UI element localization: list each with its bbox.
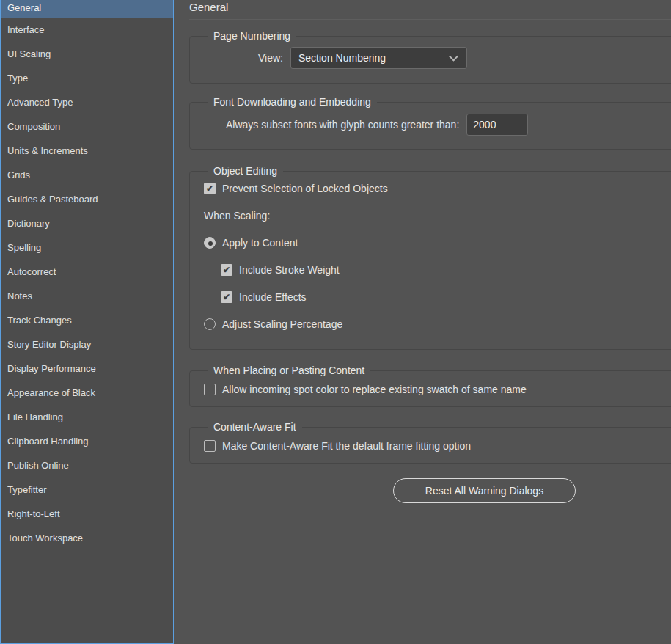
sidebar-item-touch-workspace[interactable]: Touch Workspace <box>1 526 173 550</box>
prevent-selection-checkbox[interactable]: ✔ <box>204 183 216 194</box>
adjust-scaling-row: Adjust Scaling Percentage <box>204 318 671 330</box>
reset-warnings-button[interactable]: Reset All Warning Dialogs <box>393 478 576 503</box>
include-stroke-label: Include Stroke Weight <box>239 264 340 276</box>
font-embedding-legend: Font Downloading and Embedding <box>208 95 377 109</box>
chevron-down-icon <box>449 52 458 62</box>
include-effects-label: Include Effects <box>239 291 307 303</box>
allow-spot-color-row: ✔ Allow incoming spot color to replace e… <box>204 384 671 395</box>
include-stroke-checkbox[interactable]: ✔ <box>221 264 232 276</box>
sidebar-item-general[interactable]: General <box>1 0 173 18</box>
glyph-count-input[interactable] <box>466 114 528 136</box>
sidebar-item-type[interactable]: Type <box>1 66 173 90</box>
adjust-scaling-radio[interactable] <box>204 318 216 330</box>
sidebar-item-dictionary[interactable]: Dictionary <box>1 211 173 235</box>
title-divider <box>189 19 671 20</box>
page-numbering-group: Page Numbering View: Section Numbering <box>189 36 671 84</box>
sidebar-item-publish-online[interactable]: Publish Online <box>1 453 173 477</box>
when-scaling-label: When Scaling: <box>204 210 671 222</box>
content-aware-fit-group: Content-Aware Fit ✔ Make Content-Aware F… <box>189 427 671 464</box>
sidebar-item-ui-scaling[interactable]: UI Scaling <box>1 42 173 66</box>
allow-spot-color-label: Allow incoming spot color to replace exi… <box>222 384 527 395</box>
sidebar-item-interface[interactable]: Interface <box>1 18 173 42</box>
content-aware-fit-legend: Content-Aware Fit <box>208 420 302 434</box>
sidebar-item-advanced-type[interactable]: Advanced Type <box>1 90 173 114</box>
subset-row: Always subset fonts with glyph counts gr… <box>204 114 671 136</box>
object-editing-legend: Object Editing <box>208 164 283 178</box>
content-aware-fit-label: Make Content-Aware Fit the default frame… <box>222 440 471 452</box>
sidebar-item-spelling[interactable]: Spelling <box>1 235 173 260</box>
check-icon: ✔ <box>223 293 230 301</box>
apply-to-content-label: Apply to Content <box>222 237 298 249</box>
sidebar-item-display-performance[interactable]: Display Performance <box>1 356 173 381</box>
object-editing-group: Object Editing ✔ Prevent Selection of Lo… <box>189 171 671 350</box>
sidebar-item-notes[interactable]: Notes <box>1 284 173 308</box>
include-effects-row: ✔ Include Effects <box>221 291 671 303</box>
sidebar-item-autocorrect[interactable]: Autocorrect <box>1 260 173 284</box>
include-stroke-row: ✔ Include Stroke Weight <box>221 264 671 276</box>
prevent-selection-label: Prevent Selection of Locked Objects <box>222 183 388 194</box>
prevent-selection-row: ✔ Prevent Selection of Locked Objects <box>204 183 671 194</box>
sidebar-item-grids[interactable]: Grids <box>1 163 173 187</box>
view-label: View: <box>258 52 283 64</box>
sidebar-item-composition[interactable]: Composition <box>1 114 173 139</box>
placing-pasting-group: When Placing or Pasting Content ✔ Allow … <box>189 370 671 407</box>
allow-spot-color-checkbox[interactable]: ✔ <box>204 384 216 395</box>
general-preferences-panel: General Page Numbering View: Section Num… <box>174 0 671 644</box>
placing-pasting-legend: When Placing or Pasting Content <box>208 364 370 378</box>
sidebar-item-clipboard-handling[interactable]: Clipboard Handling <box>1 429 173 453</box>
view-dropdown-value: Section Numbering <box>298 52 386 64</box>
adjust-scaling-label: Adjust Scaling Percentage <box>222 318 342 330</box>
check-icon: ✔ <box>223 266 230 274</box>
sidebar-item-units-increments[interactable]: Units & Increments <box>1 139 173 163</box>
sidebar-item-guides-pasteboard[interactable]: Guides & Pasteboard <box>1 187 173 211</box>
subset-label: Always subset fonts with glyph counts gr… <box>226 119 459 131</box>
include-effects-checkbox[interactable]: ✔ <box>221 291 232 303</box>
sidebar-item-right-to-left[interactable]: Right-to-Left <box>1 502 173 526</box>
page-numbering-legend: Page Numbering <box>208 29 296 43</box>
content-aware-fit-checkbox[interactable]: ✔ <box>204 440 216 452</box>
sidebar-item-track-changes[interactable]: Track Changes <box>1 308 173 332</box>
content-aware-fit-row: ✔ Make Content-Aware Fit the default fra… <box>204 440 671 452</box>
sidebar-item-typefitter[interactable]: Typefitter <box>1 477 173 502</box>
apply-to-content-row: Apply to Content <box>204 237 671 249</box>
sidebar-item-story-editor-display[interactable]: Story Editor Display <box>1 332 173 356</box>
page-title: General <box>189 0 671 13</box>
sidebar-item-appearance-of-black[interactable]: Appearance of Black <box>1 381 173 405</box>
preferences-nav: General Interface UI Scaling Type Advanc… <box>0 0 174 644</box>
check-icon: ✔ <box>206 184 213 193</box>
sidebar-item-file-handling[interactable]: File Handling <box>1 405 173 429</box>
apply-to-content-radio[interactable] <box>204 237 216 249</box>
font-embedding-group: Font Downloading and Embedding Always su… <box>189 102 671 150</box>
view-dropdown[interactable]: Section Numbering <box>290 47 467 69</box>
view-row: View: Section Numbering <box>204 47 671 69</box>
